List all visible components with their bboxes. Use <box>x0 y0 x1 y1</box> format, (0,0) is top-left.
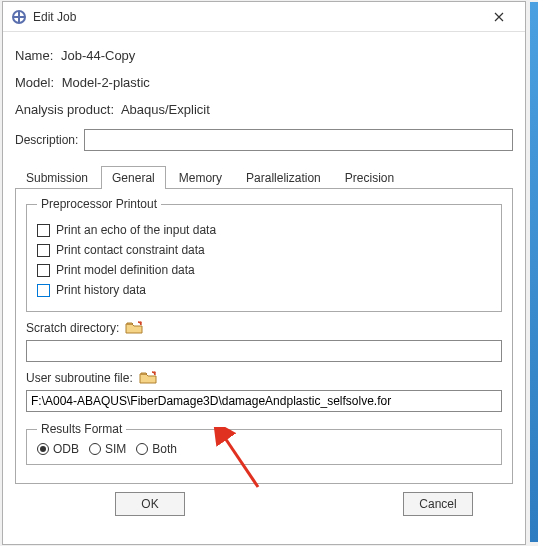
ok-button[interactable]: OK <box>115 492 185 516</box>
model-value: Model-2-plastic <box>62 75 150 90</box>
radio-icon <box>89 443 101 455</box>
analysis-row: Analysis product: Abaqus/Explicit <box>15 102 513 117</box>
subroutine-label-row: User subroutine file: <box>26 370 502 386</box>
scratch-input[interactable] <box>26 340 502 362</box>
tab-bar: Submission General Memory Parallelizatio… <box>15 165 513 189</box>
radio-icon <box>37 443 49 455</box>
titlebar: Edit Job <box>3 2 525 32</box>
radio-both[interactable]: Both <box>136 442 177 456</box>
check-label: Print model definition data <box>56 263 195 277</box>
results-group: Results Format ODB SIM Both <box>26 422 502 465</box>
analysis-value: Abaqus/Explicit <box>121 102 210 117</box>
tab-submission[interactable]: Submission <box>15 166 99 189</box>
preprocessor-legend: Preprocessor Printout <box>37 197 161 211</box>
radio-odb[interactable]: ODB <box>37 442 79 456</box>
app-edge <box>530 2 538 542</box>
name-row: Name: Job-44-Copy <box>15 48 513 63</box>
cancel-button[interactable]: Cancel <box>403 492 473 516</box>
check-model-def[interactable]: Print model definition data <box>37 263 491 277</box>
close-button[interactable] <box>479 3 519 31</box>
model-label: Model: <box>15 75 54 90</box>
radio-label: ODB <box>53 442 79 456</box>
checkbox-icon <box>37 244 50 257</box>
description-input[interactable] <box>84 129 513 151</box>
check-label: Print an echo of the input data <box>56 223 216 237</box>
tab-general[interactable]: General <box>101 166 166 189</box>
checkbox-icon <box>37 264 50 277</box>
check-label: Print contact constraint data <box>56 243 205 257</box>
subroutine-input[interactable] <box>26 390 502 412</box>
dialog-content: Name: Job-44-Copy Model: Model-2-plastic… <box>3 32 525 544</box>
results-legend: Results Format <box>37 422 126 436</box>
radio-icon <box>136 443 148 455</box>
name-value: Job-44-Copy <box>61 48 135 63</box>
subroutine-label: User subroutine file: <box>26 371 133 385</box>
tab-parallelization[interactable]: Parallelization <box>235 166 332 189</box>
check-contact[interactable]: Print contact constraint data <box>37 243 491 257</box>
name-label: Name: <box>15 48 53 63</box>
edit-job-dialog: Edit Job Name: Job-44-Copy Model: Model-… <box>2 1 526 545</box>
model-row: Model: Model-2-plastic <box>15 75 513 90</box>
description-label: Description: <box>15 133 78 147</box>
svg-rect-2 <box>13 16 25 18</box>
button-row: OK Cancel <box>15 484 513 526</box>
folder-open-icon[interactable] <box>125 320 145 336</box>
tab-panel-general: Preprocessor Printout Print an echo of t… <box>15 189 513 484</box>
scratch-label-row: Scratch directory: <box>26 320 502 336</box>
tab-memory[interactable]: Memory <box>168 166 233 189</box>
check-history[interactable]: Print history data <box>37 283 491 297</box>
analysis-label: Analysis product: <box>15 102 114 117</box>
results-options: ODB SIM Both <box>37 442 491 456</box>
checkbox-icon <box>37 224 50 237</box>
radio-sim[interactable]: SIM <box>89 442 126 456</box>
tab-precision[interactable]: Precision <box>334 166 405 189</box>
window-title: Edit Job <box>33 10 479 24</box>
radio-label: SIM <box>105 442 126 456</box>
description-row: Description: <box>15 129 513 151</box>
scratch-label: Scratch directory: <box>26 321 119 335</box>
app-icon <box>11 9 27 25</box>
check-label: Print history data <box>56 283 146 297</box>
radio-label: Both <box>152 442 177 456</box>
check-echo[interactable]: Print an echo of the input data <box>37 223 491 237</box>
folder-open-icon[interactable] <box>139 370 159 386</box>
preprocessor-group: Preprocessor Printout Print an echo of t… <box>26 197 502 312</box>
checkbox-icon <box>37 284 50 297</box>
